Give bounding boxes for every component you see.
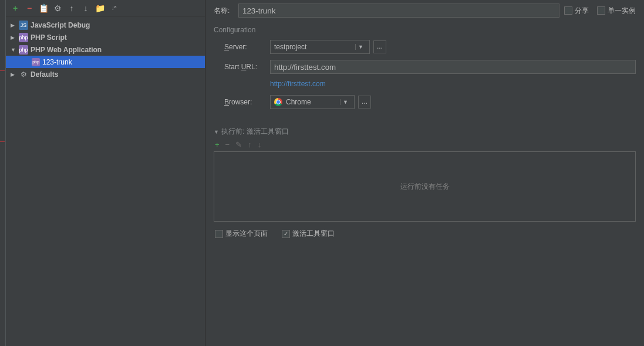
move-task-up-button[interactable]: ↑ [248, 140, 252, 149]
single-instance-checkbox[interactable]: 单一实例 [597, 6, 636, 16]
expand-arrow-icon: ▶ [11, 35, 19, 40]
php-icon: php [19, 33, 28, 42]
checkbox-icon [597, 6, 605, 15]
before-launch-title: 执行前: 激活工具窗口 [221, 127, 289, 137]
configuration-section-title: Configuration [214, 26, 636, 34]
resolved-url-link[interactable]: http://firsttest.com [214, 80, 636, 88]
activate-window-checkbox[interactable]: 激活工具窗口 [282, 229, 335, 239]
chrome-icon [274, 98, 282, 106]
add-config-button[interactable]: + [11, 4, 20, 13]
expand-arrow-icon: ▶ [11, 22, 19, 28]
browser-select[interactable]: Chrome ▼ [270, 95, 355, 109]
expand-arrow-icon: ▶ [11, 72, 19, 77]
chevron-down-icon: ▼ [340, 99, 350, 105]
js-icon: JS [19, 21, 28, 30]
starturl-label: Start URL: [224, 63, 270, 71]
config-tree: ▶ JS JavaScript Debug ▶ php PHP Script ▼… [6, 16, 205, 346]
gutter-mark [0, 70, 5, 71]
tree-label: PHP Web Application [31, 46, 102, 54]
share-checkbox[interactable]: 分享 [564, 6, 589, 16]
php-icon: php [32, 58, 40, 66]
single-label: 单一实例 [608, 6, 636, 16]
empty-tasks-label: 运行前没有任务 [400, 182, 450, 192]
share-label: 分享 [575, 6, 589, 16]
browser-row: Browser: Chrome ▼ ... [214, 95, 636, 109]
starturl-row: Start URL: [214, 60, 636, 74]
browser-value: Chrome [286, 98, 311, 106]
chevron-down-icon: ▼ [355, 44, 366, 50]
tree-label: PHP Script [31, 33, 67, 42]
tree-item-php-script[interactable]: ▶ php PHP Script [6, 31, 205, 43]
name-row: 名称: 分享 单一实例 [214, 4, 636, 18]
server-value: testproject [274, 43, 306, 51]
gear-icon: ⚙ [19, 70, 28, 79]
move-down-button[interactable]: ↓ [81, 4, 90, 13]
name-label: 名称: [214, 6, 234, 16]
before-launch-header[interactable]: ▼ 执行前: 激活工具窗口 [214, 127, 636, 137]
move-up-button[interactable]: ↑ [67, 4, 76, 13]
before-launch-toolbar: + − ✎ ↑ ↓ [214, 137, 636, 151]
top-checks: 分享 单一实例 [564, 6, 636, 16]
tree-label: 123-trunk [42, 58, 72, 66]
copy-config-button[interactable]: 📋 [39, 4, 48, 13]
starturl-input[interactable] [270, 60, 636, 74]
folder-button[interactable]: 📁 [95, 4, 104, 13]
browser-label: Browser: [224, 98, 270, 106]
activate-window-label: 激活工具窗口 [292, 229, 335, 239]
before-launch-list: 运行前没有任务 [214, 151, 636, 222]
config-editor-panel: 名称: 分享 单一实例 Configuration Server: testpr… [205, 0, 644, 346]
tree-toolbar: + − 📋 ⚙ ↑ ↓ 📁 ↓ª [6, 0, 205, 16]
server-select[interactable]: testproject ▼ [270, 40, 370, 54]
tree-label: Defaults [31, 70, 58, 79]
show-page-label: 显示这个页面 [225, 229, 268, 239]
checkbox-checked-icon [282, 230, 290, 238]
configurations-tree-panel: + − 📋 ⚙ ↑ ↓ 📁 ↓ª ▶ JS JavaScript Debug ▶… [6, 0, 205, 346]
show-page-checkbox[interactable]: 显示这个页面 [215, 229, 268, 239]
server-row: Server: testproject ▼ ... [214, 40, 636, 54]
server-browse-button[interactable]: ... [373, 40, 386, 53]
tree-item-php-web-app[interactable]: ▼ php PHP Web Application [6, 43, 205, 56]
edit-task-button[interactable]: ✎ [235, 140, 242, 149]
browser-browse-button[interactable]: ... [358, 96, 371, 108]
name-input[interactable] [238, 4, 559, 18]
move-task-down-button[interactable]: ↓ [258, 140, 262, 149]
settings-button[interactable]: ⚙ [53, 4, 62, 13]
sort-button[interactable]: ↓ª [109, 4, 119, 13]
tree-item-123-trunk[interactable]: php 123-trunk [6, 56, 205, 68]
bottom-checks: 显示这个页面 激活工具窗口 [214, 229, 636, 239]
remove-config-button[interactable]: − [25, 4, 34, 13]
before-launch-section: ▼ 执行前: 激活工具窗口 + − ✎ ↑ ↓ 运行前没有任务 显示这个页面 激… [214, 127, 636, 239]
editor-gutter [0, 0, 6, 346]
remove-task-button[interactable]: − [225, 140, 230, 149]
tree-label: JavaScript Debug [31, 21, 90, 29]
collapse-arrow-icon: ▼ [11, 47, 19, 53]
tree-item-defaults[interactable]: ▶ ⚙ Defaults [6, 68, 205, 80]
collapse-arrow-icon: ▼ [214, 129, 219, 135]
checkbox-icon [215, 230, 223, 238]
server-label: Server: [224, 43, 270, 51]
checkbox-icon [564, 6, 572, 15]
add-task-button[interactable]: + [215, 140, 220, 149]
gutter-mark [0, 141, 5, 142]
php-icon: php [19, 45, 28, 55]
tree-item-js-debug[interactable]: ▶ JS JavaScript Debug [6, 19, 205, 31]
